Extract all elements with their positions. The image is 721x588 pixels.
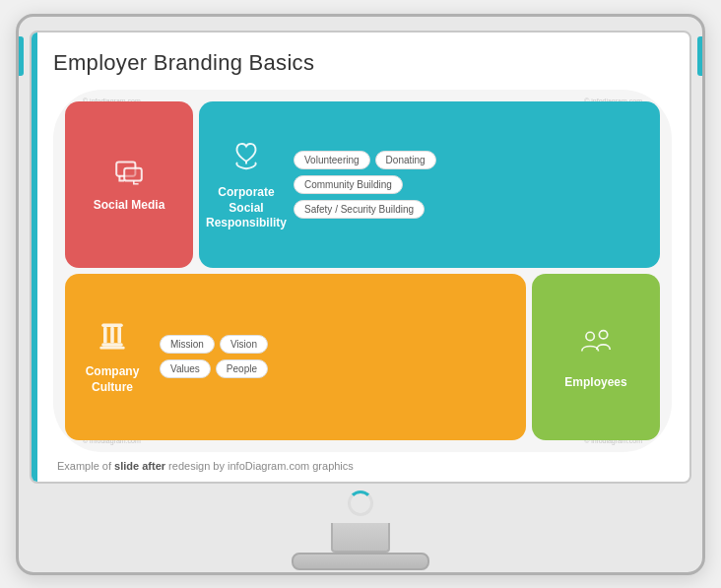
monitor-screen: Employer Branding Basics © infodiagram.c…	[30, 31, 691, 484]
csr-label: Corporate SocialResponsibility	[206, 185, 287, 231]
svg-point-10	[599, 330, 607, 338]
slide-title: Employer Branding Basics	[53, 50, 672, 76]
csr-icon	[228, 137, 265, 179]
csr-inner: Corporate SocialResponsibility Volunteer…	[199, 101, 660, 268]
csr-tag-row-1: Volunteering Donating	[294, 151, 436, 169]
employees-icon	[575, 323, 617, 369]
loading-spinner	[348, 490, 373, 516]
card-social-media: Social Media	[65, 101, 193, 268]
tag-safety-security: Safety / Security Building	[294, 200, 425, 219]
csr-tag-row-2: Community Building	[294, 175, 403, 194]
csr-tags: Volunteering Donating Community Building…	[294, 109, 652, 260]
card-employees: Employees	[532, 274, 660, 440]
company-culture-label: CompanyCulture	[86, 364, 140, 395]
bottom-row: CompanyCulture Mission Vision Values Peo…	[65, 274, 660, 440]
svg-rect-5	[110, 327, 114, 343]
csr-tag-row-3: Safety / Security Building	[294, 200, 425, 219]
culture-tag-row-1: Mission Vision	[160, 335, 268, 354]
slide-caption: Example of slide after redesign by infoD…	[53, 460, 672, 472]
tag-values: Values	[160, 359, 211, 378]
culture-tags: Mission Vision Values People	[160, 282, 518, 432]
social-media-label: Social Media	[94, 198, 165, 214]
monitor-stand	[292, 523, 429, 570]
culture-tag-row-2: Values People	[160, 359, 268, 378]
culture-left: CompanyCulture	[73, 282, 152, 432]
top-row: Social Media	[65, 101, 660, 268]
slide-content: Employer Branding Basics © infodiagram.c…	[32, 33, 689, 482]
tag-donating: Donating	[375, 151, 436, 169]
card-csr: Corporate SocialResponsibility Volunteer…	[199, 101, 660, 268]
card-company-culture: CompanyCulture Mission Vision Values Peo…	[65, 274, 526, 440]
employees-label: Employees	[564, 375, 626, 391]
accent-bar	[32, 33, 37, 482]
csr-left: Corporate SocialResponsibility	[207, 109, 286, 260]
svg-rect-4	[103, 327, 107, 343]
spinner-area	[348, 484, 373, 523]
stand-base	[292, 553, 429, 570]
tag-community-building: Community Building	[294, 175, 403, 194]
svg-rect-3	[101, 323, 123, 327]
svg-rect-8	[99, 347, 124, 350]
caption-suffix: redesign by infoDiagram.com graphics	[165, 460, 354, 472]
tag-mission: Mission	[160, 335, 215, 354]
tag-people: People	[216, 359, 268, 378]
culture-inner: CompanyCulture Mission Vision Values Peo…	[65, 274, 526, 440]
caption-bold: slide after	[114, 460, 165, 472]
diagram-area: © infodiagram.com © infodiagram.com © in…	[53, 90, 672, 452]
company-culture-icon	[95, 318, 130, 359]
stand-neck	[331, 523, 390, 553]
svg-rect-7	[101, 343, 123, 347]
svg-point-9	[586, 332, 594, 340]
monitor-frame: Employer Branding Basics © infodiagram.c…	[16, 14, 705, 575]
svg-rect-1	[124, 168, 142, 181]
social-media-icon	[113, 156, 145, 192]
svg-rect-6	[117, 327, 121, 343]
tag-vision: Vision	[220, 335, 268, 354]
tag-volunteering: Volunteering	[294, 151, 370, 169]
caption-prefix: Example of	[57, 460, 114, 472]
